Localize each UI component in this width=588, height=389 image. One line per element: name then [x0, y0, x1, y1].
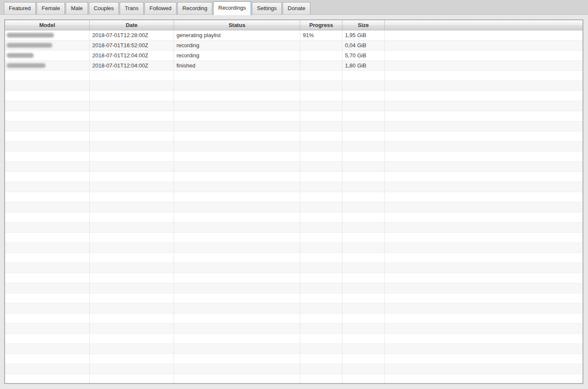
cell-size [342, 273, 385, 283]
cell-progress [300, 202, 342, 212]
tab-recordings[interactable]: Recordings [213, 1, 251, 15]
table-row[interactable]: 2018-07-01T12:04:00Zfinished1,80 GiB [5, 61, 583, 71]
cell-progress [300, 91, 342, 101]
cell-size [342, 142, 385, 151]
table-row-empty [5, 212, 583, 223]
cell-size [342, 233, 385, 242]
cell-extra [385, 152, 583, 161]
recordings-table: ModelDateStatusProgressSize 2018-07-01T1… [4, 19, 583, 384]
tab-female[interactable]: Female [37, 2, 65, 14]
cell-size [342, 344, 385, 354]
cell-date [90, 172, 174, 182]
cell-date [90, 374, 174, 384]
column-header-extra[interactable] [385, 20, 583, 30]
cell-extra [385, 51, 583, 60]
cell-model [5, 91, 90, 101]
table-row-empty [5, 81, 583, 91]
cell-extra [385, 293, 583, 303]
table-row-empty [5, 142, 583, 152]
cell-size [342, 71, 385, 80]
cell-status [174, 243, 300, 252]
cell-progress [300, 142, 342, 151]
tab-donate[interactable]: Donate [283, 2, 310, 14]
cell-model [5, 142, 90, 151]
tab-followed[interactable]: Followed [144, 2, 176, 14]
cell-extra [385, 334, 583, 343]
cell-date [90, 212, 174, 222]
cell-status [174, 293, 300, 303]
column-header-date[interactable]: Date [90, 20, 174, 30]
cell-date [90, 293, 174, 303]
column-header-model[interactable]: Model [5, 20, 90, 30]
table-row[interactable]: 2018-07-01T12:28:00Zgenerating playlist9… [5, 30, 583, 40]
cell-extra [385, 172, 583, 182]
column-header-progress[interactable]: Progress [300, 20, 342, 30]
cell-status [174, 152, 300, 161]
column-header-size[interactable]: Size [342, 20, 385, 30]
cell-extra [385, 131, 583, 141]
cell-progress [300, 303, 342, 313]
table-row[interactable]: 2018-07-01T16:52:00Zrecording0,04 GiB [5, 40, 583, 51]
cell-date [90, 344, 174, 354]
table-row[interactable]: 2018-07-01T12:04:00Zrecording5,70 GiB [5, 51, 583, 61]
cell-progress [300, 131, 342, 141]
cell-model [5, 334, 90, 343]
cell-status [174, 162, 300, 172]
cell-model [5, 30, 90, 40]
cell-status [174, 314, 300, 323]
tab-featured[interactable]: Featured [4, 2, 36, 14]
table-row-empty [5, 253, 583, 263]
cell-status: finished [174, 61, 300, 70]
cell-date [90, 324, 174, 333]
cell-progress [300, 293, 342, 303]
table-row-empty [5, 263, 583, 273]
cell-status [174, 212, 300, 222]
cell-date [90, 273, 174, 283]
cell-status [174, 334, 300, 343]
cell-size [342, 91, 385, 101]
cell-status [174, 131, 300, 141]
cell-model [5, 212, 90, 222]
cell-size [342, 162, 385, 172]
cell-extra [385, 283, 583, 293]
cell-model [5, 344, 90, 354]
cell-date [90, 314, 174, 323]
tab-recording[interactable]: Recording [177, 2, 212, 14]
table-row-empty [5, 293, 583, 303]
cell-date [90, 152, 174, 161]
cell-extra [385, 71, 583, 80]
cell-size [342, 263, 385, 273]
cell-extra [385, 324, 583, 333]
cell-extra [385, 374, 583, 384]
cell-status [174, 172, 300, 182]
cell-date [90, 162, 174, 172]
cell-progress [300, 111, 342, 121]
tab-male[interactable]: Male [66, 2, 88, 14]
tab-settings[interactable]: Settings [252, 2, 282, 14]
cell-extra [385, 344, 583, 354]
cell-extra [385, 121, 583, 131]
cell-progress [300, 162, 342, 172]
cell-extra [385, 142, 583, 151]
cell-size [342, 121, 385, 131]
cell-model [5, 223, 90, 232]
cell-model [5, 202, 90, 212]
cell-model [5, 243, 90, 252]
cell-status [174, 81, 300, 91]
cell-extra [385, 223, 583, 232]
cell-date [90, 263, 174, 273]
cell-model [5, 182, 90, 192]
table-row-empty [5, 354, 583, 364]
column-header-status[interactable]: Status [174, 20, 300, 30]
table-row-empty [5, 324, 583, 334]
cell-size [342, 243, 385, 252]
cell-progress [300, 182, 342, 192]
cell-date [90, 223, 174, 232]
tab-trans[interactable]: Trans [120, 2, 144, 14]
cell-size [342, 354, 385, 364]
cell-status [174, 233, 300, 242]
cell-date [90, 71, 174, 80]
table-row-empty [5, 182, 583, 192]
tab-couples[interactable]: Couples [89, 2, 119, 14]
cell-status [174, 223, 300, 232]
